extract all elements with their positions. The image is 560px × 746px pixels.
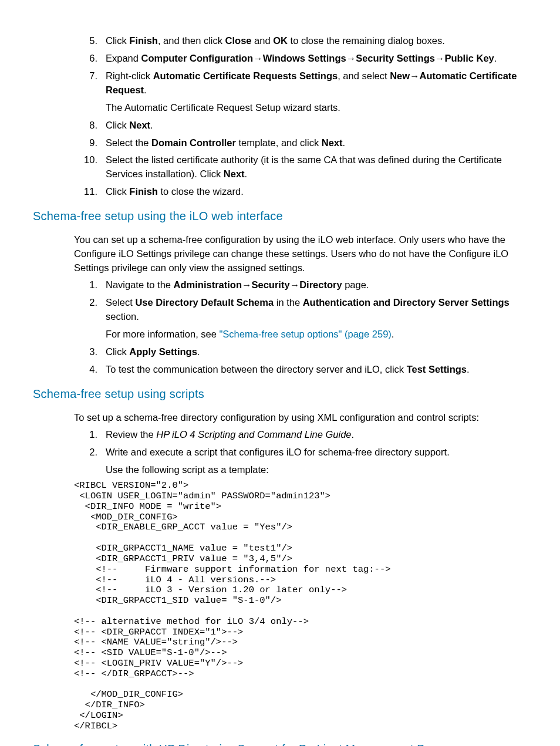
step-number: 8. bbox=[74, 119, 106, 133]
code-block: <RIBCL VERSION="2.0"> <LOGIN USER_LOGIN=… bbox=[74, 481, 527, 732]
step-list-scripts: 1.Review the HP iLO 4 Scripting and Comm… bbox=[74, 428, 527, 477]
step-number: 10. bbox=[74, 153, 106, 181]
step-list-a: 5.Click Finish, and then click Close and… bbox=[74, 34, 527, 199]
step-text: Select the Domain Controller template, a… bbox=[106, 136, 527, 150]
sub-text: For more information, see "Schema-free s… bbox=[106, 328, 527, 342]
para-scripts: To set up a schema-free directory config… bbox=[74, 411, 527, 425]
step-text: Select the listed certificate authority … bbox=[106, 153, 527, 181]
step-number: 7. bbox=[74, 69, 106, 97]
heading-hp: Schema-free setup with HP Directories Su… bbox=[33, 742, 527, 746]
step-number: 6. bbox=[74, 52, 106, 66]
step-number: 1. bbox=[74, 278, 106, 292]
list-item: 9.Select the Domain Controller template,… bbox=[74, 136, 527, 150]
step-number: 1. bbox=[74, 428, 106, 442]
list-item: 10.Select the listed certificate authori… bbox=[74, 153, 527, 181]
list-item: 8.Click Next. bbox=[74, 119, 527, 133]
step-text: Right-click Automatic Certificate Reques… bbox=[106, 69, 527, 97]
step-number: 9. bbox=[74, 136, 106, 150]
heading-web: Schema-free setup using the iLO web inte… bbox=[33, 210, 527, 223]
step-number: 4. bbox=[74, 363, 106, 377]
list-item: 2.Select Use Directory Default Schema in… bbox=[74, 296, 527, 324]
list-item: 4.To test the communication between the … bbox=[74, 363, 527, 377]
list-item: 1.Navigate to the Administration→Securit… bbox=[74, 278, 527, 292]
step-number: 5. bbox=[74, 34, 106, 48]
list-item: 6.Expand Computer Configuration→Windows … bbox=[74, 52, 527, 66]
sub-text: Use the following script as a template: bbox=[106, 463, 527, 477]
list-item: 2.Write and execute a script that config… bbox=[74, 445, 527, 460]
step-text: Select Use Directory Default Schema in t… bbox=[106, 296, 527, 324]
step-text: Click Finish, and then click Close and O… bbox=[106, 34, 527, 48]
list-item: 5.Click Finish, and then click Close and… bbox=[74, 34, 527, 48]
list-item: 7.Right-click Automatic Certificate Requ… bbox=[74, 69, 527, 97]
sub-text: The Automatic Certificate Request Setup … bbox=[106, 101, 527, 115]
list-item: 11.Click Finish to close the wizard. bbox=[74, 185, 527, 199]
step-number: 2. bbox=[74, 445, 106, 460]
step-text: Click Next. bbox=[106, 119, 527, 133]
step-text: To test the communication between the di… bbox=[106, 363, 527, 377]
step-text: Click Finish to close the wizard. bbox=[106, 185, 527, 199]
step-list-web: 1.Navigate to the Administration→Securit… bbox=[74, 278, 527, 377]
step-number: 11. bbox=[74, 185, 106, 199]
link-schema-free-options[interactable]: "Schema-free setup options" (page 259) bbox=[220, 329, 392, 339]
step-text: Review the HP iLO 4 Scripting and Comman… bbox=[106, 428, 527, 442]
list-item: 3.Click Apply Settings. bbox=[74, 345, 527, 359]
step-number: 2. bbox=[74, 296, 106, 324]
step-text: Click Apply Settings. bbox=[106, 345, 527, 359]
heading-scripts: Schema-free setup using scripts bbox=[33, 387, 527, 401]
step-text: Expand Computer Configuration→Windows Se… bbox=[106, 52, 527, 66]
step-text: Navigate to the Administration→Security→… bbox=[106, 278, 527, 292]
step-number: 3. bbox=[74, 345, 106, 359]
list-item: 1.Review the HP iLO 4 Scripting and Comm… bbox=[74, 428, 527, 442]
step-text: Write and execute a script that configur… bbox=[106, 445, 527, 460]
para-web: You can set up a schema-free configurati… bbox=[74, 233, 527, 275]
